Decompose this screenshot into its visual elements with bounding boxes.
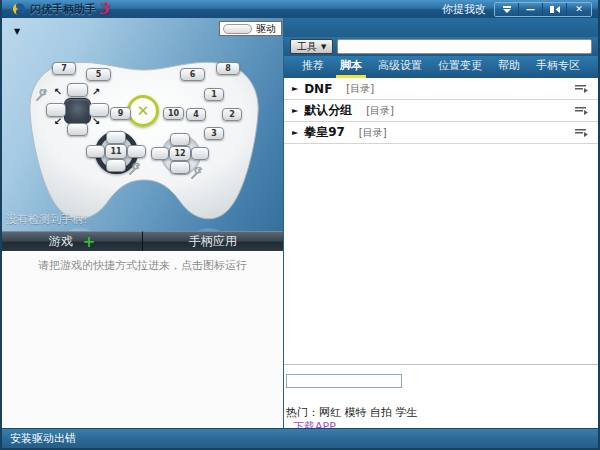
promo-area: 热门：网红 模特 自拍 学生 下载APP <box>284 364 598 428</box>
close-button[interactable]: ✕ <box>567 3 591 16</box>
tab-help[interactable]: 帮助 <box>494 56 524 78</box>
script-row-default-group[interactable]: ► 默认分组 [目录] <box>284 100 598 122</box>
pad-button-12[interactable]: 12 <box>169 146 191 161</box>
script-tag: [目录] <box>346 82 374 96</box>
gamepad-body <box>24 56 266 226</box>
pad-button-blank[interactable] <box>86 145 105 158</box>
gamepad-image: ✕ ↖ ↗ ↙ ↘ 7 5 6 8 1 4 2 3 9 10 <box>2 18 283 231</box>
pad-button-blank[interactable] <box>106 131 126 144</box>
chevron-down-icon: ▼ <box>321 43 326 51</box>
tab-position-change[interactable]: 位置变更 <box>434 56 486 78</box>
tray-button[interactable] <box>543 3 567 16</box>
script-tag: [目录] <box>359 126 387 140</box>
pad-button-3[interactable]: 3 <box>204 127 224 140</box>
pad-button-blank[interactable] <box>191 147 209 160</box>
pad-button-6[interactable]: 6 <box>180 68 205 81</box>
pad-button-1[interactable]: 1 <box>204 88 224 101</box>
tab-script[interactable]: 脚本 <box>336 56 366 78</box>
script-row-dnf[interactable]: ► DNF [目录] <box>284 78 598 100</box>
tab-gamepad-zone[interactable]: 手柄专区 <box>532 56 584 78</box>
add-game-icon[interactable]: + <box>83 236 96 248</box>
dpad-center[interactable] <box>64 98 91 124</box>
minimize-button[interactable]: — <box>519 3 543 16</box>
app-logo-icon <box>12 2 26 16</box>
pad-button-2[interactable]: 2 <box>222 108 242 121</box>
pad-button-5[interactable]: 5 <box>86 68 111 81</box>
tools-button-label: 工具 <box>297 40 317 54</box>
pad-button-11[interactable]: 11 <box>105 144 127 159</box>
pad-button-blank[interactable] <box>170 161 190 174</box>
left-tab-bar: 游戏 + 手柄应用 <box>2 231 283 251</box>
app-version: 3 <box>98 3 109 14</box>
wrench-icon[interactable] <box>128 163 142 176</box>
script-toolbar: 工具 ▼ <box>284 37 598 56</box>
diagonal-arrow-icon: ↖ <box>54 86 62 97</box>
expand-arrow-icon[interactable]: ► <box>292 128 298 137</box>
row-menu-icon[interactable] <box>574 84 588 93</box>
diagonal-arrow-icon: ↘ <box>92 116 100 127</box>
tray-icon <box>549 5 561 14</box>
script-name: DNF <box>304 82 332 96</box>
script-name: 拳皇97 <box>304 124 345 141</box>
skin-menu-button[interactable] <box>495 3 519 16</box>
wrench-icon[interactable] <box>35 89 49 102</box>
expand-arrow-icon[interactable]: ► <box>292 84 298 93</box>
tab-games[interactable]: 游戏 + <box>2 231 143 251</box>
script-panel: 工具 ▼ 推荐 脚本 高级设置 位置变更 帮助 手柄专区 ► DNF [目录] <box>283 18 598 428</box>
hot-keywords: 热门：网红 模特 自拍 学生 <box>286 405 418 420</box>
pad-button-blank[interactable] <box>46 103 66 117</box>
expand-arrow-icon[interactable]: ► <box>292 106 298 115</box>
diagonal-arrow-icon: ↙ <box>54 116 62 127</box>
titlebar: 闪优手柄助手 3 你提我改 — ✕ <box>2 0 598 18</box>
pad-button-8[interactable]: 8 <box>216 62 240 75</box>
app-window: 闪优手柄助手 3 你提我改 — ✕ ▼ 驱动 <box>0 0 600 450</box>
wrench-icon[interactable] <box>190 167 204 180</box>
right-tab-bar: 推荐 脚本 高级设置 位置变更 帮助 手柄专区 <box>284 56 598 78</box>
guide-button[interactable]: ✕ <box>127 95 159 127</box>
main-area: ▼ 驱动 <box>2 18 598 428</box>
drop-hint-text: 请把游戏的快捷方式拉进来，点击图标运行 <box>2 258 283 273</box>
pad-button-blank[interactable] <box>67 83 88 97</box>
pad-button-4[interactable]: 4 <box>186 108 206 121</box>
script-row-kof97[interactable]: ► 拳皇97 [目录] <box>284 122 598 144</box>
pad-button-blank[interactable] <box>89 103 109 117</box>
search-input[interactable] <box>286 374 402 388</box>
app-title: 闪优手柄助手 <box>30 2 96 17</box>
row-menu-icon[interactable] <box>574 106 588 115</box>
game-drop-area[interactable]: 请把游戏的快捷方式拉进来，点击图标运行 <box>2 251 283 428</box>
pad-button-blank[interactable] <box>106 159 126 172</box>
script-tag: [目录] <box>366 104 394 118</box>
right-top-band <box>284 18 598 37</box>
no-gamepad-status: 没有检测到手柄! <box>6 212 87 227</box>
pad-button-7[interactable]: 7 <box>52 62 76 75</box>
tools-button[interactable]: 工具 ▼ <box>290 39 333 54</box>
script-list: ► DNF [目录] ► 默认分组 [目录] ► 拳皇97 [目录] <box>284 78 598 144</box>
status-bar: 安装驱动出错 <box>2 428 598 448</box>
tab-recommend[interactable]: 推荐 <box>298 56 328 78</box>
pad-button-blank[interactable] <box>151 147 169 160</box>
pad-button-blank[interactable] <box>67 123 88 136</box>
diagonal-arrow-icon: ↗ <box>92 86 100 97</box>
pad-button-10[interactable]: 10 <box>163 107 184 120</box>
pad-button-blank[interactable] <box>127 145 146 158</box>
tab-games-label: 游戏 <box>49 233 73 250</box>
tab-gamepad-apps[interactable]: 手柄应用 <box>143 231 283 251</box>
window-controls: — ✕ <box>494 2 592 17</box>
toolbar-field[interactable] <box>337 39 592 54</box>
tab-advanced-settings[interactable]: 高级设置 <box>374 56 426 78</box>
gamepad-panel: ▼ 驱动 <box>2 18 283 428</box>
chevron-down-icon <box>503 6 511 13</box>
status-text: 安装驱动出错 <box>10 431 76 446</box>
script-empty-area <box>284 144 598 364</box>
script-name: 默认分组 <box>304 102 352 119</box>
pad-button-blank[interactable] <box>170 133 190 146</box>
pad-button-9[interactable]: 9 <box>110 107 131 120</box>
feedback-link[interactable]: 你提我改 <box>442 2 486 17</box>
tab-gamepad-apps-label: 手柄应用 <box>189 233 237 250</box>
row-menu-icon[interactable] <box>574 128 588 137</box>
